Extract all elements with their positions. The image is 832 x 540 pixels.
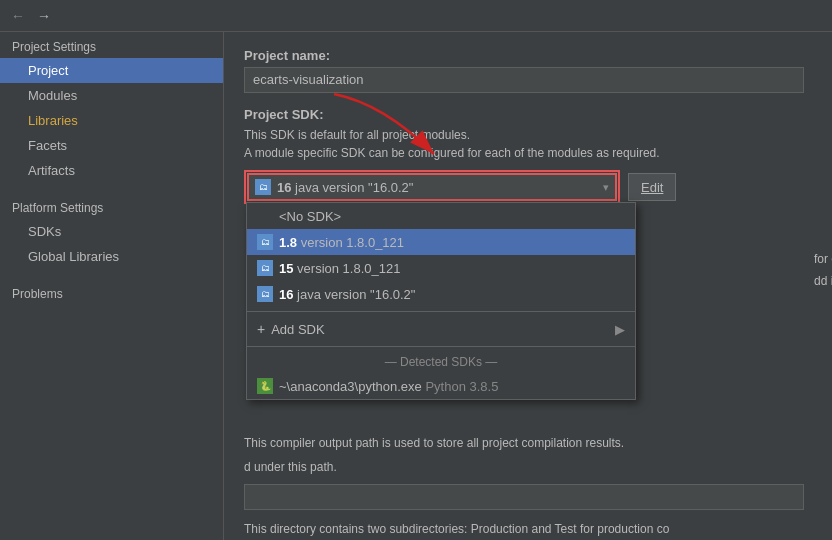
add-sdk-label: Add SDK: [271, 322, 324, 337]
submenu-arrow-icon: ▶: [615, 322, 625, 337]
edit-button[interactable]: Edit: [628, 173, 676, 201]
sidebar-item-facets[interactable]: Facets: [0, 133, 223, 158]
java18-label: 1.8 version 1.8.0_121: [279, 235, 404, 250]
sdk-selected-text: 16 java version "16.0.2": [277, 180, 603, 195]
java16-icon: 🗂: [257, 286, 273, 302]
sidebar-item-artifacts[interactable]: Artifacts: [0, 158, 223, 183]
nosdk-icon: [257, 208, 273, 224]
detected-sdks-label: — Detected SDKs —: [247, 351, 635, 373]
sdk-desc1: This SDK is default for all project modu…: [244, 128, 470, 142]
sdk-label: Project SDK:: [244, 107, 812, 122]
platform-settings-section: Platform Settings: [0, 193, 223, 219]
forward-button[interactable]: →: [34, 6, 54, 26]
content-area: Project name: ecarts-visualization Proje…: [224, 32, 832, 540]
sdk-icon: 🗂: [255, 179, 271, 195]
output-path-box[interactable]: [244, 484, 812, 510]
java16-label: 16 java version "16.0.2": [279, 287, 415, 302]
compiler-desc1: This compiler output path is used to sto…: [244, 434, 812, 452]
sdk-row: 🗂 16 java version "16.0.2" ▾ <No SDK>: [244, 170, 812, 204]
bottom-desc1: This directory contains two subdirectori…: [244, 520, 812, 538]
sdk-dropdown-popup: <No SDK> 🗂 1.8 version 1.8.0_121 🗂 15 ve…: [246, 202, 636, 400]
compiler-desc2: d under this path.: [244, 458, 812, 476]
project-name-value[interactable]: ecarts-visualization: [244, 67, 804, 93]
sidebar-item-project[interactable]: Project: [0, 58, 223, 83]
dropdown-add-sdk[interactable]: + Add SDK ▶: [247, 316, 635, 342]
dropdown-item-python[interactable]: 🐍 ~\anaconda3\python.exe Python 3.8.5: [247, 373, 635, 399]
sdk-dropdown-wrapper: 🗂 16 java version "16.0.2" ▾ <No SDK>: [244, 170, 620, 204]
java15-icon: 🗂: [257, 260, 273, 276]
plus-icon: +: [257, 321, 265, 337]
dropdown-item-java16[interactable]: 🗂 16 java version "16.0.2": [247, 281, 635, 307]
nosdk-label: <No SDK>: [279, 209, 341, 224]
sidebar: Project Settings Project Modules Librari…: [0, 32, 224, 540]
dropdown-item-nosdk[interactable]: <No SDK>: [247, 203, 635, 229]
dropdown-item-java18[interactable]: 🗂 1.8 version 1.8.0_121: [247, 229, 635, 255]
below-text1: for each of the modules as rec: [814, 252, 832, 266]
chevron-down-icon: ▾: [603, 181, 609, 194]
sidebar-item-libraries[interactable]: Libraries: [0, 108, 223, 133]
main-layout: Project Settings Project Modules Librari…: [0, 32, 832, 540]
sidebar-item-global-libraries[interactable]: Global Libraries: [0, 244, 223, 269]
project-name-label: Project name:: [244, 48, 812, 63]
java18-icon: 🗂: [257, 234, 273, 250]
python-icon: 🐍: [257, 378, 273, 394]
sdk-desc2: A module specific SDK can be configured …: [244, 146, 660, 160]
dropdown-item-java15[interactable]: 🗂 15 version 1.8.0_121: [247, 255, 635, 281]
below-text2: dd interfaces): [814, 272, 832, 292]
sdk-dropdown[interactable]: 🗂 16 java version "16.0.2" ▾: [247, 173, 617, 201]
java15-label: 15 version 1.8.0_121: [279, 261, 400, 276]
sidebar-item-modules[interactable]: Modules: [0, 83, 223, 108]
sidebar-item-sdks[interactable]: SDKs: [0, 219, 223, 244]
python-label: ~\anaconda3\python.exe Python 3.8.5: [279, 379, 498, 394]
bottom-content: This compiler output path is used to sto…: [244, 434, 812, 540]
back-button[interactable]: ←: [8, 6, 28, 26]
project-settings-section: Project Settings: [0, 32, 223, 58]
problems-section: Problems: [0, 279, 223, 305]
sdk-desc: This SDK is default for all project modu…: [244, 126, 812, 162]
top-bar: ← →: [0, 0, 832, 32]
